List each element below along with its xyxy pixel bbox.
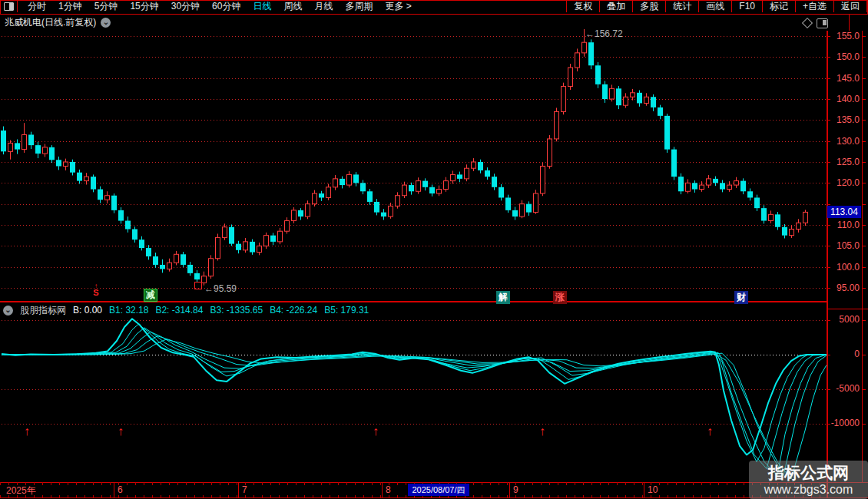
event-tag-财: 财 — [734, 291, 748, 304]
price-axis-label: 155.0 — [827, 31, 863, 41]
price-axis-label: 125.0 — [827, 157, 863, 167]
month-divider-line — [114, 482, 114, 497]
current-price-tag: 113.04 — [827, 206, 861, 218]
price-annotation: ←95.59 — [204, 283, 237, 294]
price-axis-label: 140.0 — [827, 94, 863, 104]
month-label: 10 — [648, 484, 658, 495]
price-axis-label: 105.0 — [827, 240, 863, 251]
low-point-box — [194, 282, 202, 289]
signal-marker: ↑S — [91, 284, 101, 296]
main-gridlines — [2, 37, 866, 289]
indicator-value-B3: B3: -1335.65 — [210, 305, 263, 316]
price-axis-label: 135.0 — [827, 114, 863, 125]
selected-date-label: 2025/08/07/四 — [408, 484, 469, 496]
month-divider-line — [382, 482, 383, 497]
indicator-axis-label: 0 — [827, 349, 863, 359]
price-axis-label: 145.0 — [827, 73, 863, 84]
indicator-value-B: B: 0.00 — [73, 305, 102, 316]
buy-signal-arrow-icon: ↑ — [539, 425, 545, 438]
trading-app-window: 分时1分钟5分钟15分钟30分钟60分钟日线周线月线多周期更多 > 复权叠加多股… — [0, 0, 868, 499]
event-tag-涨: 涨 — [553, 291, 567, 304]
buy-signal-arrow-icon: ↑ — [707, 425, 713, 438]
buy-signal-arrow-icon: ↑ — [24, 425, 30, 438]
indicator-name[interactable]: 股朋指标网 — [20, 304, 66, 317]
price-axis-label: 100.0 — [827, 262, 863, 273]
price-annotation: ←156.72 — [585, 28, 623, 39]
indicator-axis-label: -5000 — [827, 383, 863, 394]
indicator-axis-label: -10000 — [827, 418, 863, 428]
price-axis-label: 120.0 — [827, 177, 863, 188]
indicator-header: ⌄ 股朋指标网 B: 0.00B1: 32.18B2: -314.84B3: -… — [3, 304, 369, 316]
watermark-url: www.zbgs3.com — [764, 482, 853, 497]
watermark: 指标公式网 www.zbgs3.com — [749, 461, 868, 499]
price-axis-label: 150.0 — [827, 51, 863, 62]
date-axis[interactable]: 2025年 2025/08/07/四 678910 — [0, 483, 868, 497]
indicator-value-B1: B1: 32.18 — [109, 305, 148, 316]
price-axis-label: 95.00 — [827, 283, 863, 293]
indicator-gridlines — [2, 321, 866, 425]
event-tag-减: 减 — [144, 289, 157, 302]
month-divider-line — [509, 482, 510, 497]
price-axis-label: 130.0 — [827, 136, 863, 147]
indicator-axis-label: 5000 — [827, 314, 863, 325]
indicator-lines — [2, 319, 827, 479]
month-divider-line — [238, 482, 239, 497]
event-tag-解: 解 — [496, 291, 510, 304]
buy-signal-arrow-icon: ↑ — [118, 425, 124, 438]
watermark-title: 指标公式网 — [768, 464, 849, 482]
month-label: 9 — [513, 484, 518, 495]
month-label: 6 — [118, 484, 123, 495]
indicator-value-B5: B5: 179.31 — [324, 305, 369, 316]
indicator-value-B2: B2: -314.84 — [155, 305, 203, 316]
price-axis-label: 110.0 — [827, 220, 863, 230]
month-divider-line — [644, 482, 644, 497]
year-label: 2025年 — [6, 484, 36, 497]
indicator-value-B4: B4: -226.24 — [270, 305, 317, 316]
month-label: 7 — [242, 484, 247, 495]
signal-letter: S — [91, 289, 101, 296]
chart-canvas — [0, 0, 868, 499]
candles — [1, 29, 808, 286]
month-label: 8 — [386, 484, 391, 495]
buy-signal-arrow-icon: ↑ — [373, 425, 379, 438]
indicator-chevron-down-icon[interactable]: ⌄ — [3, 306, 13, 316]
